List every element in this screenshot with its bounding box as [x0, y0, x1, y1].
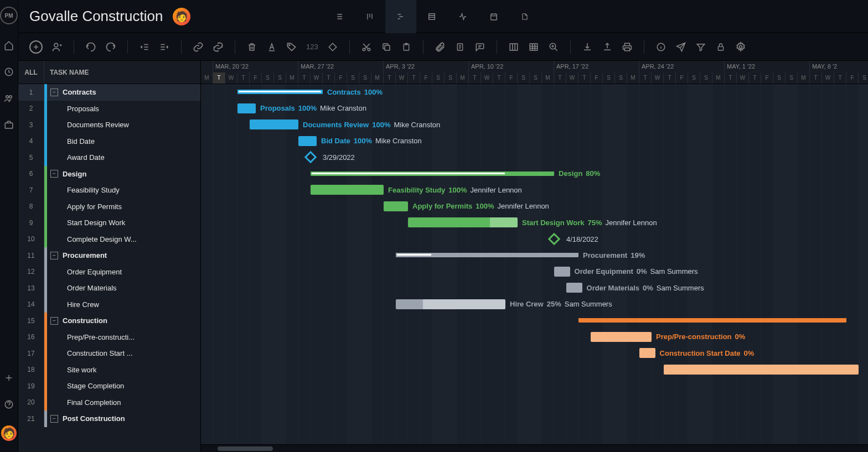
- column-all[interactable]: ALL: [18, 61, 44, 84]
- task-row[interactable]: 19Stage Completion: [18, 378, 200, 394]
- redo-icon[interactable]: [105, 41, 116, 53]
- grid-icon[interactable]: [528, 41, 539, 53]
- task-bar[interactable]: Start Design Work75%Jennifer Lennon: [408, 217, 518, 227]
- task-bar[interactable]: Prep/Pre-construction0%: [591, 332, 652, 342]
- task-row[interactable]: 1−Contracts: [18, 84, 200, 101]
- view-list-icon[interactable]: [323, 0, 354, 33]
- task-row[interactable]: 2Proposals: [18, 101, 200, 117]
- view-board-icon[interactable]: [354, 0, 385, 33]
- task-row[interactable]: 9Start Design Work: [18, 215, 200, 231]
- task-row[interactable]: 5Award Date: [18, 149, 200, 166]
- bar-task-name: Construction Start Date: [660, 349, 741, 357]
- task-bar[interactable]: Documents Review100%Mike Cranston: [250, 120, 298, 129]
- notes-icon[interactable]: [454, 41, 466, 53]
- task-bar[interactable]: [664, 365, 859, 375]
- user-avatar[interactable]: 🧑: [1, 425, 17, 441]
- paste-icon[interactable]: [401, 41, 412, 53]
- collapse-icon[interactable]: −: [50, 89, 58, 96]
- task-row[interactable]: 15−Construction: [18, 313, 200, 329]
- summary-bar[interactable]: Contracts100%: [237, 90, 323, 94]
- view-calendar-icon[interactable]: [478, 0, 509, 33]
- team-icon[interactable]: [3, 93, 14, 104]
- import-icon[interactable]: [582, 41, 593, 53]
- task-bar[interactable]: Hire Crew25%Sam Summers: [396, 299, 505, 309]
- send-icon[interactable]: [675, 41, 686, 53]
- summary-bar[interactable]: Procurement19%: [396, 253, 578, 257]
- task-row[interactable]: 6−Design: [18, 166, 200, 183]
- number-format-text[interactable]: 123: [306, 43, 318, 51]
- attach-icon[interactable]: [435, 41, 446, 53]
- task-row[interactable]: 18Site work: [18, 362, 200, 378]
- outdent-icon[interactable]: [139, 41, 150, 53]
- task-number: 7: [18, 182, 44, 199]
- settings-icon[interactable]: [735, 41, 746, 53]
- delete-icon[interactable]: [246, 41, 257, 53]
- assign-icon[interactable]: [51, 41, 63, 53]
- task-bar[interactable]: Feasibility Study100%Jennifer Lennon: [311, 185, 384, 195]
- portfolio-icon[interactable]: [3, 120, 14, 131]
- columns-icon[interactable]: [508, 41, 519, 53]
- summary-bar[interactable]: [578, 318, 846, 323]
- unlink-icon[interactable]: [213, 41, 224, 53]
- week-label: MAR, 27 '22: [298, 61, 384, 72]
- tag-icon[interactable]: [286, 41, 297, 53]
- indent-icon[interactable]: [159, 41, 170, 53]
- help-icon[interactable]: [3, 399, 14, 410]
- export-icon[interactable]: [602, 41, 613, 53]
- collapse-icon[interactable]: −: [50, 415, 58, 423]
- collapse-icon[interactable]: −: [50, 317, 58, 325]
- collapse-icon[interactable]: −: [50, 170, 58, 178]
- horizontal-scrollbar[interactable]: [201, 444, 868, 452]
- view-activity-icon[interactable]: [447, 0, 478, 33]
- task-row[interactable]: 10Complete Design W...: [18, 231, 200, 248]
- task-row[interactable]: 21−Post Construction: [18, 411, 200, 427]
- add-icon[interactable]: [3, 372, 14, 383]
- task-row[interactable]: 8Apply for Permits: [18, 199, 200, 215]
- task-bar[interactable]: Construction Start Date0%: [639, 348, 655, 358]
- undo-icon[interactable]: [85, 41, 96, 53]
- task-bar[interactable]: Order Equipment0%Sam Summers: [554, 267, 570, 277]
- task-row[interactable]: 7Feasibility Study: [18, 182, 200, 199]
- week-label: MAY, 8 '2: [810, 61, 868, 72]
- task-row[interactable]: 13Order Materials: [18, 280, 200, 297]
- filter-icon[interactable]: [695, 41, 706, 53]
- print-icon[interactable]: [622, 41, 633, 53]
- task-row[interactable]: 16Prep/Pre-constructi...: [18, 329, 200, 346]
- task-bar[interactable]: Apply for Permits100%Jennifer Lennon: [384, 201, 408, 211]
- view-sheet-icon[interactable]: [416, 0, 447, 33]
- view-gantt-icon[interactable]: [385, 0, 416, 33]
- task-bar[interactable]: Order Materials0%Sam Summers: [566, 283, 582, 293]
- collapse-icon[interactable]: −: [50, 252, 58, 259]
- summary-bar[interactable]: Design80%: [311, 172, 554, 176]
- column-task-name[interactable]: TASK NAME: [44, 69, 89, 76]
- task-row[interactable]: 12Order Equipment: [18, 264, 200, 280]
- add-task-button[interactable]: [29, 40, 43, 54]
- link-icon[interactable]: [193, 41, 204, 53]
- task-row[interactable]: 4Bid Date: [18, 133, 200, 150]
- cut-icon[interactable]: [361, 41, 372, 53]
- home-icon[interactable]: [3, 40, 14, 51]
- zoom-icon[interactable]: [548, 41, 559, 53]
- task-bar[interactable]: Bid Date100%Mike Cranston: [298, 136, 317, 146]
- task-row[interactable]: 11−Procurement: [18, 247, 200, 264]
- format-text-icon[interactable]: [266, 41, 277, 53]
- copy-icon[interactable]: [381, 41, 392, 53]
- task-row[interactable]: 14Hire Crew: [18, 297, 200, 313]
- milestone-icon[interactable]: [327, 41, 338, 53]
- comment-icon[interactable]: [474, 41, 485, 53]
- task-row[interactable]: 17Construction Start ...: [18, 345, 200, 362]
- task-row[interactable]: 3Documents Review: [18, 117, 200, 133]
- app-logo[interactable]: PM: [0, 7, 18, 24]
- milestone-marker[interactable]: [304, 151, 317, 164]
- day-label: T: [578, 72, 591, 84]
- project-owner-avatar[interactable]: 🧑: [173, 8, 190, 25]
- lock-icon[interactable]: [715, 41, 726, 53]
- task-color-bar: [44, 166, 47, 183]
- view-file-icon[interactable]: [509, 0, 540, 33]
- day-label: M: [201, 72, 213, 84]
- task-bar[interactable]: Proposals100%Mike Cranston: [237, 103, 256, 113]
- task-row[interactable]: 20Final Completion: [18, 394, 200, 411]
- milestone-marker[interactable]: [548, 232, 561, 245]
- info-icon[interactable]: [655, 41, 666, 53]
- recent-icon[interactable]: [3, 66, 14, 77]
